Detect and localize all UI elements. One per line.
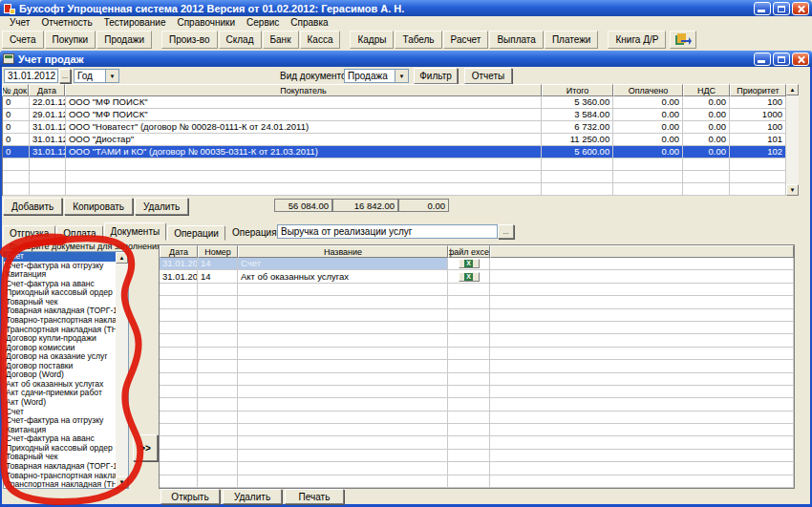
toolbar-button[interactable]: Книга Д/Р: [608, 31, 666, 49]
list-item[interactable]: Приходный кассовый ордер: [4, 288, 116, 298]
operation-input[interactable]: Выручка от реализации услуг: [277, 224, 498, 239]
restore-button[interactable]: [773, 2, 790, 15]
menu-item[interactable]: Тестирование: [98, 17, 172, 28]
table-row[interactable]: 0 31.01.12 ООО "Диостар" 11 250.00 0.00 …: [3, 134, 786, 146]
list-item[interactable]: Квитанция: [4, 270, 116, 280]
scroll-down-icon[interactable]: ▼: [116, 476, 128, 488]
table-row[interactable]: 0 29.01.12 ООО "МФ ПОИСК" 3 584.00 0.00 …: [3, 109, 786, 121]
list-item[interactable]: Договор (Word): [4, 370, 116, 380]
list-item[interactable]: Акт сдачи-приемки работ: [4, 389, 116, 398]
table-row[interactable]: 0 31.01.12 ООО "Новатест" (договор № 000…: [3, 121, 786, 134]
minimize-button[interactable]: [754, 2, 771, 15]
toolbar-button[interactable]: Выплата: [489, 31, 543, 49]
list-item[interactable]: Договор поставки: [4, 362, 116, 371]
list-item[interactable]: Договор купли-продажи: [4, 334, 116, 344]
toolbar-button[interactable]: Касса: [300, 31, 341, 49]
list-item[interactable]: Приходный кассовый ордер: [4, 444, 116, 454]
chevron-down-icon[interactable]: ▼: [105, 70, 118, 82]
col-header[interactable]: Оплачено: [613, 84, 683, 96]
sales-table-scrollbar[interactable]: ▲ ▼: [786, 84, 799, 196]
excel-file-icon[interactable]: [459, 272, 480, 282]
operation-picker-button[interactable]: ...: [498, 224, 514, 239]
list-item[interactable]: Счет: [4, 252, 116, 262]
menu-item[interactable]: Справочники: [171, 17, 241, 28]
filter-button[interactable]: Фильтр: [414, 68, 458, 84]
list-item[interactable]: Акт об оказанных услугах: [4, 380, 116, 390]
col-header[interactable]: НДС: [683, 84, 730, 96]
list-item[interactable]: Акт (Word): [4, 398, 116, 408]
period-select[interactable]: Год ▼: [74, 69, 119, 83]
date-input[interactable]: 31.01.2012: [4, 69, 58, 83]
toolbar-button[interactable]: Продажи: [96, 31, 152, 49]
scroll-up-icon[interactable]: ▲: [116, 252, 128, 264]
scroll-up-icon[interactable]: ▲: [786, 84, 799, 95]
list-item[interactable]: Товарный чек: [4, 453, 116, 462]
menu-item[interactable]: Отчетность: [35, 17, 97, 28]
col-header[interactable]: файл excel: [448, 245, 490, 258]
col-header[interactable]: № док.: [2, 84, 29, 96]
empty-rows: [2, 158, 786, 196]
doc-row[interactable]: 31.01.2012 14 Счет: [160, 258, 794, 270]
toolbar-button[interactable]: Банк: [263, 31, 299, 49]
table-row[interactable]: 0 31.01.12 ООО "ТАМИ и КО" (договор № 00…: [3, 146, 786, 158]
chevron-down-icon[interactable]: ▼: [395, 70, 408, 82]
action-button[interactable]: Копировать: [64, 198, 133, 215]
list-item[interactable]: Товарная накладная (ТОРГ-12): [4, 462, 116, 472]
col-header[interactable]: Итого: [542, 84, 613, 96]
list-item[interactable]: Товарный чек: [4, 298, 116, 307]
action-button[interactable]: Удалить: [135, 198, 188, 215]
doc-type-select[interactable]: Продажа ▼: [344, 69, 409, 83]
list-item[interactable]: Договор комиссии: [4, 344, 116, 353]
list-item[interactable]: Счет-фактура на отгрузку: [4, 416, 116, 426]
reports-button[interactable]: Отчеты: [464, 68, 512, 84]
date-picker-button[interactable]: ...: [59, 69, 71, 83]
tab-documents[interactable]: Документы: [104, 222, 167, 241]
col-header[interactable]: Покупатель: [65, 84, 542, 96]
doc-list-scrollbar[interactable]: ▲ ▼: [116, 252, 128, 488]
list-item[interactable]: Товарно-транспортная накладная: [4, 316, 116, 326]
doc-action-button[interactable]: Печать: [285, 489, 344, 504]
col-header[interactable]: Дата: [29, 84, 65, 96]
tab-shipment[interactable]: Отгрузка: [3, 225, 55, 241]
list-item[interactable]: Счет: [4, 408, 116, 417]
tab-payment[interactable]: Оплата: [56, 225, 102, 241]
col-header[interactable]: Приоритет: [730, 84, 786, 96]
toolbar-button[interactable]: Покупки: [45, 31, 96, 49]
doc-row[interactable]: 31.01.2012 14 Акт об оказанных услугах: [160, 270, 794, 283]
list-item[interactable]: Счет-фактура на аванс: [4, 434, 116, 444]
menu-item[interactable]: Сервис: [241, 17, 285, 28]
list-item[interactable]: Транспортная накладная (ТН): [4, 480, 116, 488]
sales-minimize-button[interactable]: [754, 53, 771, 66]
excel-file-icon[interactable]: [459, 259, 480, 268]
table-row[interactable]: 0 22.01.12 ООО "МФ ПОИСК" 5 360.00 0.00 …: [3, 96, 786, 109]
menu-item[interactable]: Справка: [285, 17, 333, 28]
close-button[interactable]: [792, 2, 809, 15]
sales-close-button[interactable]: [792, 53, 809, 66]
list-item[interactable]: Транспортная накладная (ТН): [4, 326, 116, 335]
tab-operations[interactable]: Операции: [167, 225, 225, 241]
exit-icon[interactable]: [670, 31, 696, 49]
col-header[interactable]: Название: [238, 245, 448, 258]
transfer-button[interactable]: >>: [133, 434, 158, 461]
toolbar-button[interactable]: Произ-во: [161, 31, 218, 49]
list-item[interactable]: Товарная накладная (ТОРГ-12): [4, 306, 116, 316]
action-button[interactable]: Добавить: [3, 198, 62, 215]
menu-item[interactable]: Учет: [4, 17, 35, 28]
list-item[interactable]: Товарно-транспортная накладная: [4, 472, 116, 481]
sales-restore-button[interactable]: [773, 53, 790, 66]
col-header[interactable]: Дата: [160, 245, 198, 258]
list-item[interactable]: Договор на оказание услуг: [4, 352, 116, 362]
scroll-down-icon[interactable]: ▼: [786, 184, 799, 196]
col-header[interactable]: Номер: [198, 245, 238, 258]
toolbar-button[interactable]: Табель: [395, 31, 441, 49]
toolbar-button[interactable]: Расчет: [443, 31, 489, 49]
toolbar-button[interactable]: Платежи: [545, 31, 599, 49]
doc-action-button[interactable]: Открыть: [160, 489, 220, 504]
toolbar-button[interactable]: Счета: [2, 31, 44, 49]
toolbar-button[interactable]: Кадры: [350, 31, 394, 49]
doc-action-button[interactable]: Удалить: [223, 489, 282, 504]
list-item[interactable]: Квитанция: [4, 426, 116, 435]
list-item[interactable]: Счет-фактура на аванс: [4, 280, 116, 289]
toolbar-button[interactable]: Склад: [219, 31, 262, 49]
list-item[interactable]: Счет-фактура на отгрузку: [4, 262, 116, 271]
